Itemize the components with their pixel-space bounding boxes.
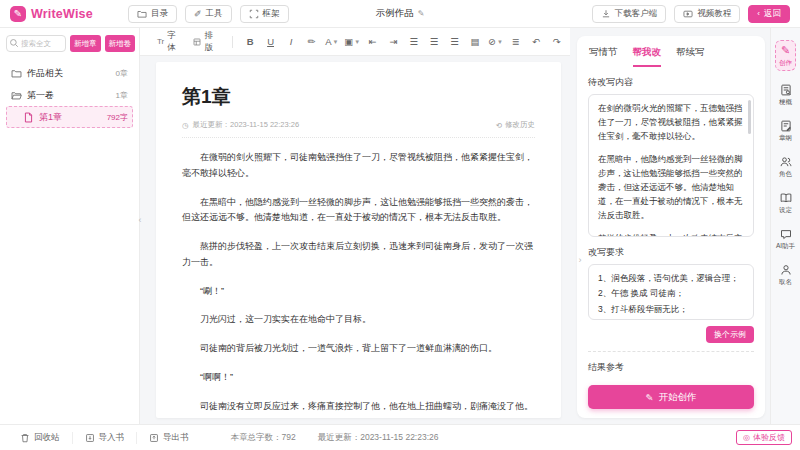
rewrite-paragraph: 在剑的微弱火光的照耀下，五德勉强挡住了一刀，尽管视线被阻挡，他紧紧握住宝剑，毫不… — [598, 101, 744, 143]
font-menu-button[interactable]: Tr 字体 — [152, 28, 184, 56]
ai-assist-panel: › 写情节 帮我改 帮续写 待改写内容 在剑的微弱火光的照耀下，五德勉强挡住了一… — [570, 28, 770, 424]
feedback-icon: ◎ — [743, 433, 750, 442]
synopsis-doc-icon — [780, 84, 792, 96]
person-icon — [780, 264, 792, 276]
video-tutorial-button[interactable]: 视频教程 — [674, 5, 740, 23]
bold-button[interactable]: B — [242, 33, 258, 51]
catalog-button[interactable]: 目录 — [128, 5, 177, 23]
frame-icon — [249, 9, 259, 19]
align-left-button[interactable]: ☰ — [405, 33, 421, 51]
frame-label: 框架 — [263, 8, 280, 20]
tree-item-label: 第1章 — [39, 111, 62, 124]
download-client-button[interactable]: 下载客户端 — [592, 5, 667, 23]
clear-format-button[interactable]: ⊘▼ — [487, 33, 503, 51]
tree-item-work-related[interactable]: 作品相关 0章 — [6, 62, 133, 84]
book-icon — [780, 192, 792, 204]
last-updated-status: 最近更新：2023-11-15 22:23:26 — [318, 432, 439, 444]
tab-help-rewrite[interactable]: 帮我改 — [633, 46, 662, 67]
redo-button[interactable]: ↷ — [548, 33, 564, 51]
import-book-button[interactable]: 导入书 — [72, 432, 137, 444]
document-page[interactable]: 第1章 ◷ 最近更新：2023-11-15 22:23:26 ⟲ 修改历史 在微… — [156, 62, 561, 418]
outline-doc-icon — [780, 120, 792, 132]
section-divider — [588, 351, 754, 352]
highlight-button[interactable]: ✏ — [303, 33, 319, 51]
export-icon — [149, 433, 159, 443]
font-icon: Tr — [157, 37, 164, 46]
tab-help-continue[interactable]: 帮续写 — [676, 46, 705, 67]
clock-icon: ◷ — [182, 121, 189, 130]
work-title-text: 示例作品 — [376, 7, 414, 20]
revision-history-button[interactable]: ⟲ 修改历史 — [496, 120, 535, 130]
last-updated-text: 最近更新：2023-11-15 22:23:26 — [193, 120, 300, 130]
import-book-label: 导入书 — [99, 432, 125, 444]
strip-item-synopsis[interactable]: 梗概 — [779, 84, 792, 107]
strip-item-ai-assistant[interactable]: AI助手 — [776, 228, 795, 251]
tree-item-count: 0章 — [116, 68, 128, 79]
strip-item-settings[interactable]: 设定 — [779, 192, 792, 215]
tree-item-count: 792字 — [107, 112, 128, 123]
requirement-line: 3、打斗桥段华丽无比； — [598, 302, 744, 317]
work-title: 示例作品 ✎ — [376, 7, 425, 20]
layout-menu-button[interactable]: 排版 — [188, 28, 223, 56]
add-volume-button[interactable]: 新增卷 — [105, 35, 136, 52]
back-label: 返回 — [764, 8, 781, 20]
recycle-bin-button[interactable]: 回收站 — [8, 432, 72, 444]
tree-item-label: 第一卷 — [27, 89, 54, 102]
sidebar-collapse-handle[interactable]: ‹ — [135, 208, 145, 232]
export-book-button[interactable]: 导出书 — [136, 432, 201, 444]
insert-image-button[interactable]: ▣▼ — [344, 33, 360, 51]
strip-label: 梗概 — [779, 98, 792, 107]
italic-button[interactable]: I — [283, 33, 299, 51]
feedback-button[interactable]: ◎ 体验反馈 — [736, 430, 792, 445]
doc-paragraph: 刀光闪过，这一刀实实在在地命中了目标。 — [182, 312, 535, 328]
indent-decrease-button[interactable]: ⇤ — [365, 33, 381, 51]
strip-item-naming[interactable]: 取名 — [779, 264, 792, 287]
editor-toolbar: Tr 字体 排版 B U I ✏ A▼ ▣▼ ⇤ ⇥ ☰ ☰ ☰ ▤ ⊘▼ ≣ … — [140, 28, 577, 56]
rewrite-scrollbar[interactable] — [748, 100, 751, 134]
folder-icon — [137, 9, 147, 19]
tab-write-plot[interactable]: 写情节 — [589, 46, 618, 67]
requirement-line: 1、润色段落，语句优美，逻辑合理； — [598, 271, 744, 286]
rewrite-paragraph: 熬拼的步伐轻盈，上一次攻击结束后立刻切换，迅速来到午德身后，发动了一次强力一击。 — [598, 231, 744, 237]
trash-icon — [20, 433, 30, 443]
tree-item-count: 1章 — [116, 90, 128, 101]
download-label: 下载客户端 — [615, 8, 658, 20]
rewrite-content-input[interactable]: 在剑的微弱火光的照耀下，五德勉强挡住了一刀，尽管视线被阻挡，他紧紧握住宝剑，毫不… — [588, 94, 754, 237]
rewrite-content-label: 待改写内容 — [588, 76, 754, 89]
strip-item-creation[interactable]: ✎ 创作 — [775, 40, 796, 71]
doc-paragraph: 在黑暗中，他隐约感觉到一丝轻微的脚步声，这让他勉强能够抵挡一些突然的袭击，但这还… — [182, 195, 535, 227]
layout-menu-label: 排版 — [204, 30, 218, 54]
line-spacing-button[interactable]: ≣ — [508, 33, 524, 51]
app-logo: ✎ WriteWise — [10, 6, 128, 22]
doc-paragraph: 在微弱的剑火照耀下，司徒南勉强挡住了一刀，尽管视线被阻挡，他紧紧握住宝剑，毫不敢… — [182, 150, 535, 182]
tree-item-volume-1[interactable]: 第一卷 1章 — [6, 84, 133, 106]
strip-label: AI助手 — [776, 242, 795, 251]
rewrite-requirements-input[interactable]: 1、润色段落，语句优美，逻辑合理； 2、午德 换成 司徒南； 3、打斗桥段华丽无… — [588, 264, 754, 320]
undo-button[interactable]: ↶ — [528, 33, 544, 51]
strip-item-chapter-outline[interactable]: 章纲 — [779, 120, 792, 143]
frame-button[interactable]: 框架 — [240, 5, 289, 23]
back-button[interactable]: ‹ 返回 — [748, 5, 790, 23]
align-justify-button[interactable]: ▤ — [467, 33, 483, 51]
strip-label: 设定 — [779, 206, 792, 215]
feature-strip: ✎ 创作 梗概 章纲 角色 设定 AI助手 取名 — [770, 28, 800, 424]
panel-collapse-handle[interactable]: › — [575, 248, 585, 272]
align-right-button[interactable]: ☰ — [446, 33, 462, 51]
underline-button[interactable]: U — [262, 33, 278, 51]
add-chapter-button[interactable]: 新增章 — [70, 35, 101, 52]
start-creation-button[interactable]: ✎ 开始创作 — [588, 385, 754, 409]
revision-history-label: 修改历史 — [505, 120, 535, 130]
tools-button[interactable]: ✐ 工具 — [185, 5, 232, 23]
font-color-button[interactable]: A▼ — [324, 33, 340, 51]
strip-item-characters[interactable]: 角色 — [779, 156, 792, 179]
export-book-label: 导出书 — [163, 432, 189, 444]
folder-icon — [11, 68, 22, 79]
align-center-button[interactable]: ☰ — [426, 33, 442, 51]
tree-item-chapter-1[interactable]: 第1章 792字 — [6, 106, 133, 128]
doc-paragraph: 司徒南没有立即反应过来，疼痛直接控制了他，他在地上扭曲蠕动，剧痛淹没了他。 — [182, 399, 535, 415]
change-example-button[interactable]: 换个示例 — [706, 326, 754, 343]
strip-label: 创作 — [779, 59, 792, 68]
indent-increase-button[interactable]: ⇥ — [385, 33, 401, 51]
edit-title-icon[interactable]: ✎ — [418, 9, 425, 18]
document-scroll-area[interactable]: 第1章 ◷ 最近更新：2023-11-15 22:23:26 ⟲ 修改历史 在微… — [140, 56, 577, 424]
